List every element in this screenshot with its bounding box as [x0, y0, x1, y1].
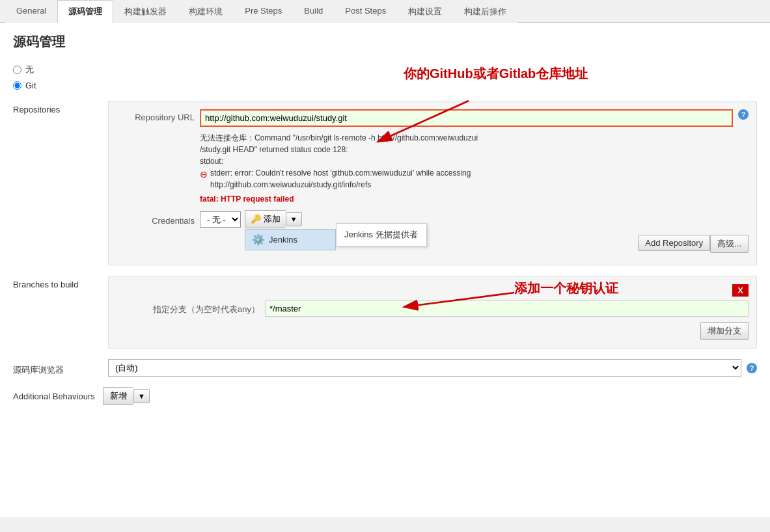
tab-presteps[interactable]: Pre Steps — [234, 0, 293, 23]
tab-poststeps[interactable]: Post Steps — [334, 0, 397, 23]
browser-label: 源码库浏览器 — [13, 360, 98, 376]
add-branch-button[interactable]: 增加分支 — [700, 322, 749, 340]
repositories-label: Repositories — [13, 101, 98, 114]
add-credentials-menu: ⚙️ Jenkins — [245, 229, 336, 250]
branches-content: X 指定分支（为空时代表any） 增加分支 — [108, 276, 757, 349]
additional-section: Additional Behaviours 新增 ▼ — [13, 387, 757, 405]
url-field-wrapper — [200, 109, 733, 127]
tab-env[interactable]: 构建环境 — [178, 0, 234, 23]
error-stderr: ⊖ stderr: error: Couldn't resolve host '… — [200, 167, 749, 191]
page-title: 源码管理 — [13, 33, 757, 51]
error-line-5: http://github.com:weiwuduzui/study.git/i… — [210, 180, 371, 189]
branch-field-label: 指定分支（为空时代表any） — [117, 300, 260, 315]
tooltip-text: Jenkins 凭据提供者 — [344, 230, 418, 239]
browser-row: (自动) ? — [108, 359, 757, 377]
error-block: 无法连接仓库：Command "/usr/bin/git ls-remote -… — [200, 132, 749, 205]
url-row: Repository URL ? — [117, 109, 749, 127]
branches-section: Branches to build X 指定分支（为空时代表any） 增加分支 — [13, 276, 757, 349]
tab-build[interactable]: Build — [293, 0, 334, 23]
main-content: 源码管理 无 Git Repositories Repository URL — [0, 23, 770, 517]
radio-none-input[interactable] — [13, 66, 21, 74]
add-credentials-btn-group: 🔑 添加 ▼ — [245, 210, 302, 228]
scm-radio-group: 无 Git — [13, 64, 757, 90]
add-credentials-dropdown: 🔑 添加 ▼ ⚙️ Jenkins — [245, 210, 302, 228]
credentials-row: Credentials - 无 - 🔑 添加 — [117, 210, 749, 228]
tab-settings[interactable]: 构建设置 — [397, 0, 453, 23]
credentials-select[interactable]: - 无 - — [200, 211, 241, 228]
additional-label: Additional Behaviours — [13, 392, 98, 401]
branch-actions: 增加分支 — [117, 322, 749, 340]
branch-field-wrapper — [265, 300, 749, 317]
repository-url-input[interactable] — [200, 109, 733, 127]
url-help-icon[interactable]: ? — [738, 109, 749, 120]
tab-trigger[interactable]: 构建触发器 — [113, 0, 178, 23]
add-credentials-main-btn[interactable]: 🔑 添加 — [245, 210, 286, 228]
browser-select[interactable]: (自动) — [108, 359, 741, 377]
new-behaviour-btn-group: 新增 ▼ — [103, 387, 150, 405]
dropdown-jenkins-item[interactable]: ⚙️ Jenkins — [245, 230, 335, 250]
radio-none-label: 无 — [25, 64, 34, 75]
tab-source[interactable]: 源码管理 — [57, 0, 113, 23]
branch-input[interactable] — [265, 300, 749, 317]
error-fatal: fatal: HTTP request failed — [200, 193, 749, 205]
error-icon: ⊖ — [200, 168, 208, 181]
advanced-button[interactable]: 高级... — [710, 235, 749, 253]
browser-section: 源码库浏览器 (自动) ? — [13, 359, 757, 377]
repositories-section: Repositories Repository URL ? 无法连接仓库：Com… — [13, 101, 757, 265]
repositories-content: Repository URL ? 无法连接仓库：Command "/usr/bi… — [108, 101, 757, 265]
add-repository-button[interactable]: Add Repository — [638, 235, 710, 251]
action-buttons: 高级... Add Repository — [117, 235, 749, 257]
url-label: Repository URL — [117, 109, 195, 122]
branch-header: X — [117, 284, 749, 297]
jenkins-icon: ⚙️ — [252, 233, 265, 246]
error-line-2: /study.git HEAD" returned status code 12… — [200, 144, 749, 155]
credentials-inline: - 无 - 🔑 添加 ▼ — [200, 210, 749, 228]
tab-general[interactable]: General — [5, 0, 57, 23]
branches-label: Branches to build — [13, 276, 98, 289]
radio-git-input[interactable] — [13, 81, 21, 90]
branch-row: 指定分支（为空时代表any） — [117, 300, 749, 317]
dropdown-jenkins-label: Jenkins — [269, 235, 297, 245]
tab-bar: General 源码管理 构建触发器 构建环境 Pre Steps Build … — [0, 0, 770, 23]
credentials-label: Credentials — [117, 213, 195, 226]
new-behaviour-arrow-btn[interactable]: ▼ — [133, 389, 150, 403]
radio-git: Git — [13, 81, 757, 90]
key-icon: 🔑 — [251, 214, 261, 224]
add-credentials-arrow-btn[interactable]: ▼ — [286, 212, 302, 226]
credentials-tooltip: Jenkins 凭据提供者 — [336, 223, 427, 246]
tab-postbuild[interactable]: 构建后操作 — [453, 0, 517, 23]
radio-none: 无 — [13, 64, 757, 75]
credentials-controls: - 无 - 🔑 添加 ▼ — [200, 210, 749, 228]
error-line-4: stderr: error: Couldn't resolve host 'gi… — [210, 168, 471, 178]
error-line-1: 无法连接仓库：Command "/usr/bin/git ls-remote -… — [200, 132, 749, 144]
add-label: 添加 — [264, 214, 281, 224]
browser-help-icon[interactable]: ? — [747, 363, 757, 373]
new-behaviour-main-btn[interactable]: 新增 — [103, 387, 133, 405]
error-line-3: stdout: — [200, 155, 749, 167]
radio-git-label: Git — [25, 81, 36, 90]
remove-branch-button[interactable]: X — [732, 284, 749, 297]
